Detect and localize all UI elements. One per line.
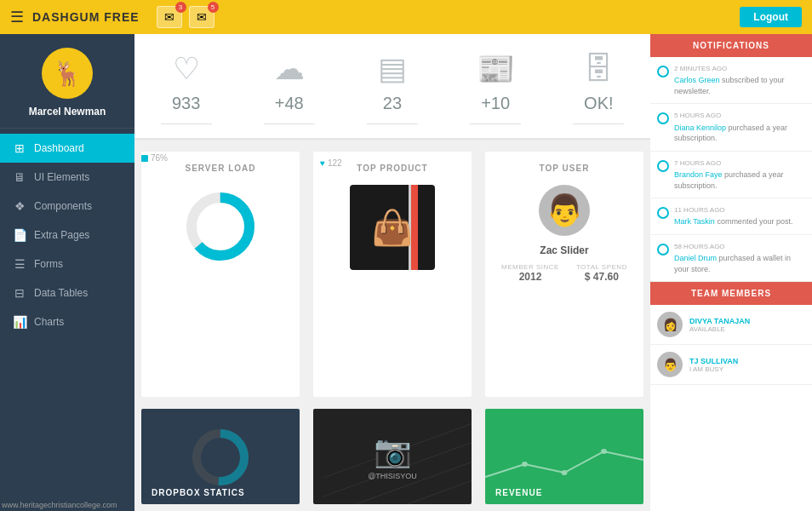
instagram-handle: @THISISYOU (368, 472, 417, 480)
notifications-panel: NOTIFICATIONS 2 MINUTES AGO Carlos Green… (650, 34, 812, 511)
sidebar-item-components[interactable]: ❖ Components (0, 192, 134, 221)
instagram-icon: 📷 (374, 433, 412, 469)
sidebar-username: Marcel Newman (29, 106, 106, 118)
charts-icon: 📊 (12, 315, 27, 329)
wallet-icon: 👜 (371, 208, 414, 248)
notification-item-5: 58 HOURS AGO Daniel Drum purchased a wal… (650, 235, 812, 282)
member-since-label: MEMBER SINCE (501, 263, 559, 271)
sidebar-label-data-tables: Data Tables (34, 287, 88, 299)
notification-item-3: 7 HOURS AGO Brandon Faye purchased a yea… (650, 152, 812, 198)
mail-badge-2: 5 (208, 2, 219, 13)
top-user-card: TOP USER 👨 Zac Slider MEMBER SINCE 2012 … (485, 152, 643, 397)
donut-chart (182, 188, 259, 265)
notif-dot-1 (657, 66, 669, 78)
team-avatar-emoji-1: 👩 (663, 318, 678, 331)
heart-icon: ♡ (173, 51, 200, 87)
svg-point-6 (601, 449, 607, 454)
sidebar-label-extra-pages: Extra Pages (34, 229, 89, 241)
notification-item-2: 5 HOURS AGO Diana Kennilop purchased a y… (650, 104, 812, 151)
notif-text-3: 7 HOURS AGO Brandon Faye purchased a yea… (674, 158, 805, 191)
instagram-card-title (313, 491, 472, 504)
stat-divider-5 (573, 123, 624, 124)
notif-text-1: 2 MINUTES AGO Carlos Green subscribed to… (674, 64, 805, 96)
dropbox-donut (191, 428, 250, 487)
notif-text-2: 5 HOURS AGO Diana Kennilop purchased a y… (674, 111, 805, 143)
stat-likes-value: 933 (172, 94, 200, 113)
widgets-row: SERVER LOAD 76% TOP PRODUCT ♥ 122 (134, 139, 650, 409)
sidebar-user: 🦌 Marcel Newman (0, 34, 134, 129)
notif-dot-3 (657, 160, 669, 172)
sidebar-item-extra-pages[interactable]: 📄 Extra Pages (0, 221, 134, 250)
dashboard-icon: ⊞ (12, 141, 27, 155)
sidebar: 🦌 Marcel Newman ⊞ Dashboard 🖥 UI Element… (0, 34, 134, 511)
server-load-percent-label: 76% (141, 153, 168, 163)
team-avatar-2: 👨 (657, 352, 683, 377)
stat-likes: ♡ 933 (161, 51, 212, 124)
cloud-icon: ☁ (274, 51, 305, 87)
sidebar-item-data-tables[interactable]: ⊟ Data Tables (0, 278, 134, 307)
notif-time-2: 5 HOURS AGO (674, 111, 805, 120)
notif-link-1[interactable]: Carlos Green (674, 76, 720, 84)
notification-item-1: 2 MINUTES AGO Carlos Green subscribed to… (650, 57, 812, 104)
user-total-spend: TOTAL SPEND $ 47.60 (576, 263, 627, 283)
logout-button[interactable]: Logout (740, 7, 802, 27)
donut-svg (182, 188, 259, 265)
team-members-header: TEAM MEMBERS (650, 282, 812, 305)
sidebar-item-ui-elements[interactable]: 🖥 UI Elements (0, 163, 134, 192)
product-likes-badge: ♥ 122 (320, 158, 342, 168)
database-icon: 🗄 (583, 51, 614, 87)
sidebar-label-components: Components (34, 200, 92, 212)
sidebar-nav: ⊞ Dashboard 🖥 UI Elements ❖ Components 📄… (0, 129, 134, 511)
instagram-card: 📷 @THISISYOU (313, 409, 472, 504)
mail-icon-wrap-2: ✉ 5 (189, 6, 214, 28)
team-info-2: TJ SULLIVAN I AM BUSY (689, 357, 738, 373)
product-likes-count: 122 (328, 158, 342, 168)
top-user-title: TOP USER (540, 164, 590, 173)
team-status-2: I AM BUSY (689, 365, 738, 373)
stat-divider-3 (367, 123, 418, 124)
notif-time-3: 7 HOURS AGO (674, 158, 805, 168)
notif-link-3[interactable]: Brandon Faye (674, 170, 723, 179)
brand-name: DASHGUM FREE (32, 10, 140, 24)
notif-link-5[interactable]: Daniel Drum (674, 254, 717, 262)
notif-dot-5 (657, 244, 669, 256)
top-product-card: TOP PRODUCT ♥ 122 👜 (313, 152, 472, 397)
top-user-name: Zac Slider (540, 244, 588, 256)
sidebar-label-dashboard: Dashboard (34, 142, 84, 154)
notifications-header: NOTIFICATIONS (650, 34, 812, 57)
notif-link-2[interactable]: Diana Kennilop (674, 123, 726, 132)
team-avatar-emoji-2: 👨 (663, 358, 678, 371)
team-info-1: DIVYA TANAJAN AVAILABLE (689, 317, 750, 333)
svg-point-5 (562, 470, 568, 475)
components-icon: ❖ (12, 199, 27, 213)
stat-db: 🗄 OK! (573, 51, 624, 124)
stat-divider-1 (161, 123, 212, 124)
team-status-1: AVAILABLE (689, 325, 750, 333)
stat-db-value: OK! (584, 94, 613, 113)
total-spend-value: $ 47.60 (585, 271, 619, 283)
avatar-emoji: 🦌 (53, 60, 83, 88)
revenue-chart (485, 434, 643, 485)
user-member-since: MEMBER SINCE 2012 (501, 263, 559, 283)
sidebar-label-ui-elements: UI Elements (34, 171, 89, 183)
hamburger-icon[interactable]: ☰ (10, 8, 24, 26)
sidebar-item-charts[interactable]: 📊 Charts (0, 307, 134, 336)
server-load-dot (141, 155, 148, 162)
stats-row: ♡ 933 ☁ +48 ▤ 23 📰 +10 🗄 OK! (134, 34, 650, 139)
sidebar-item-dashboard[interactable]: ⊞ Dashboard (0, 134, 134, 163)
product-heart-icon: ♥ (320, 158, 325, 168)
stat-news-value: +10 (481, 94, 510, 113)
top-user-avatar: 👨 (539, 185, 590, 236)
stat-inbox-value: 23 (383, 94, 402, 113)
inbox-icon: ▤ (378, 51, 407, 87)
server-load-title: SERVER LOAD (185, 164, 255, 173)
stat-cloud: ☁ +48 (264, 51, 315, 124)
stat-cloud-value: +48 (275, 94, 304, 113)
notif-link-4[interactable]: Mark Taskin (674, 217, 715, 226)
dropbox-card: DROPBOX STATICS (141, 409, 300, 504)
avatar: 🦌 (42, 48, 93, 99)
sidebar-label-forms: Forms (34, 258, 63, 270)
news-icon: 📰 (477, 51, 515, 87)
sidebar-item-forms[interactable]: ☰ Forms (0, 250, 134, 278)
stat-news: 📰 +10 (470, 51, 521, 124)
